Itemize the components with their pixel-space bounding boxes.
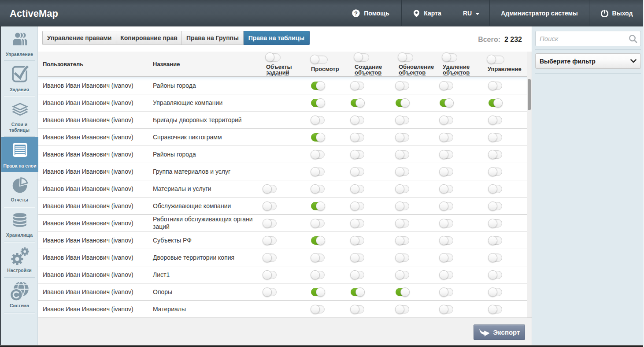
- svg-text:?: ?: [354, 10, 358, 17]
